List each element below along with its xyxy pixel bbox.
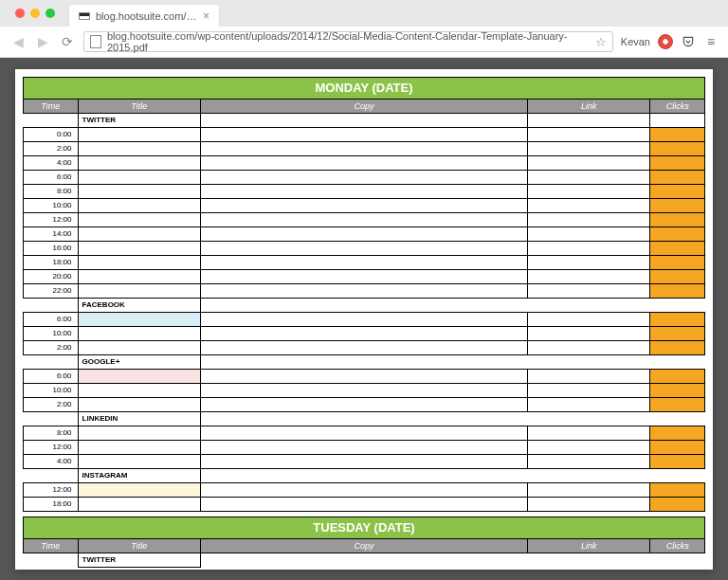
title-cell — [78, 171, 200, 185]
table-row: 12:00 — [24, 213, 705, 227]
table-row: 22:00 — [24, 284, 705, 299]
link-cell — [528, 142, 650, 156]
clicks-cell — [650, 199, 705, 213]
col-link: Link — [528, 100, 650, 114]
title-cell — [78, 341, 200, 355]
time-cell: 2:00 — [24, 341, 79, 355]
clicks-cell — [650, 270, 705, 284]
link-cell — [528, 227, 650, 242]
hamburger-menu-icon[interactable]: ≡ — [703, 34, 719, 49]
table-row: 8:00 — [24, 426, 705, 441]
title-cell — [78, 242, 200, 256]
title-cell — [78, 313, 200, 327]
page-icon — [90, 35, 101, 48]
col-title: Title — [78, 539, 200, 553]
time-cell: 6:00 — [24, 370, 79, 384]
bookmark-star-icon[interactable]: ☆ — [595, 35, 607, 49]
time-cell: 10:00 — [24, 199, 79, 213]
time-cell: 8:00 — [24, 426, 79, 441]
close-tab-icon[interactable]: × — [203, 9, 209, 23]
time-cell: 20:00 — [24, 270, 79, 284]
table-row: 0:00 — [24, 128, 705, 142]
link-cell — [528, 256, 650, 270]
table-row: 10:00 — [24, 199, 705, 213]
title-cell — [78, 284, 200, 299]
copy-cell — [200, 142, 527, 156]
forward-button[interactable]: ▶ — [34, 33, 51, 50]
table-row: 20:00 — [24, 270, 705, 284]
copy-cell — [200, 483, 527, 498]
col-copy: Copy — [200, 539, 527, 553]
time-cell: 12:00 — [24, 483, 79, 498]
title-cell — [78, 199, 200, 213]
title-cell — [78, 455, 200, 469]
window-controls — [8, 9, 63, 18]
time-cell: 12:00 — [24, 441, 79, 455]
link-cell — [528, 483, 650, 498]
link-cell — [528, 341, 650, 355]
calendar-table: MONDAY (DATE) Time Title Copy Link Click… — [23, 77, 705, 568]
profile-name[interactable]: Kevan — [621, 36, 650, 47]
table-row: 6:00 — [24, 313, 705, 327]
col-clicks: Clicks — [650, 100, 705, 114]
time-cell: 16:00 — [24, 242, 79, 256]
link-cell — [528, 327, 650, 341]
link-cell — [528, 185, 650, 199]
pocket-icon[interactable] — [681, 34, 696, 49]
section-twitter: TWITTER — [78, 114, 200, 128]
col-copy: Copy — [200, 100, 527, 114]
favicon-icon — [79, 12, 90, 20]
link-cell — [528, 128, 650, 142]
clicks-cell — [650, 156, 705, 171]
col-link: Link — [528, 539, 650, 553]
link-cell — [528, 242, 650, 256]
title-cell — [78, 128, 200, 142]
clicks-cell — [650, 455, 705, 469]
link-cell — [528, 498, 650, 512]
table-row: 14:00 — [24, 227, 705, 242]
time-cell: 10:00 — [24, 327, 79, 341]
reload-button[interactable]: ⟳ — [59, 33, 76, 50]
maximize-window-button[interactable] — [46, 9, 55, 18]
clicks-cell — [650, 185, 705, 199]
table-row: 4:00 — [24, 455, 705, 469]
link-cell — [528, 199, 650, 213]
title-cell — [78, 185, 200, 199]
section-instagram: INSTAGRAM — [78, 469, 200, 483]
link-cell — [528, 270, 650, 284]
time-cell: 4:00 — [24, 156, 79, 171]
copy-cell — [200, 270, 527, 284]
back-button[interactable]: ◀ — [9, 33, 27, 50]
table-row: 6:00 — [24, 171, 705, 185]
title-cell — [78, 270, 200, 284]
copy-cell — [200, 156, 527, 171]
title-cell — [78, 227, 200, 242]
col-clicks: Clicks — [650, 539, 705, 553]
title-cell — [78, 398, 200, 412]
col-time: Time — [24, 539, 79, 553]
minimize-window-button[interactable] — [30, 9, 40, 18]
table-row: 2:00 — [24, 398, 705, 412]
title-cell — [78, 384, 200, 398]
copy-cell — [200, 426, 527, 441]
browser-chrome: blog.hootsuite.com/wp-co × ◀ ▶ ⟳ blog.ho… — [0, 0, 728, 58]
close-window-button[interactable] — [15, 9, 25, 18]
tab-title: blog.hootsuite.com/wp-co — [96, 10, 199, 22]
link-cell — [528, 370, 650, 384]
time-cell: 10:00 — [24, 384, 79, 398]
link-cell — [528, 455, 650, 469]
time-cell: 6:00 — [24, 171, 79, 185]
copy-cell — [200, 398, 527, 412]
title-cell — [78, 498, 200, 512]
clicks-cell — [650, 128, 705, 142]
browser-tab[interactable]: blog.hootsuite.com/wp-co × — [68, 4, 220, 27]
copy-cell — [200, 284, 527, 299]
link-cell — [528, 213, 650, 227]
copy-cell — [200, 441, 527, 455]
address-bar[interactable]: blog.hootsuite.com/wp-content/uploads/20… — [83, 31, 613, 52]
clicks-cell — [650, 441, 705, 455]
time-cell: 22:00 — [24, 284, 79, 299]
copy-cell — [200, 370, 527, 384]
title-cell — [78, 156, 200, 171]
extension-icon[interactable] — [658, 34, 673, 49]
